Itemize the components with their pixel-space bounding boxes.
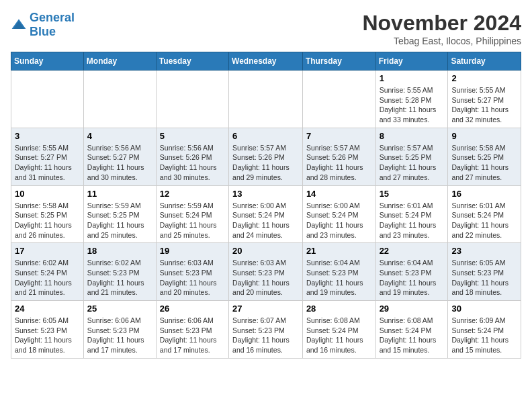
calendar-cell: 20Sunrise: 6:03 AM Sunset: 5:23 PM Dayli… [229, 243, 303, 301]
calendar-week-row: 3Sunrise: 5:55 AM Sunset: 5:27 PM Daylig… [11, 128, 521, 185]
cell-content: Sunrise: 6:03 AM Sunset: 5:23 PM Dayligh… [160, 258, 225, 298]
calendar-cell: 28Sunrise: 6:08 AM Sunset: 5:24 PM Dayli… [302, 301, 375, 359]
calendar-week-row: 17Sunrise: 6:02 AM Sunset: 5:24 PM Dayli… [11, 243, 521, 301]
day-number: 10 [15, 189, 80, 199]
day-number: 7 [306, 131, 372, 141]
calendar-cell: 16Sunrise: 6:01 AM Sunset: 5:24 PM Dayli… [448, 185, 521, 243]
cell-content: Sunrise: 5:55 AM Sunset: 5:28 PM Dayligh… [380, 85, 445, 125]
cell-content: Sunrise: 6:05 AM Sunset: 5:23 PM Dayligh… [451, 258, 517, 298]
header-day-sunday: Sunday [11, 52, 84, 71]
day-number: 13 [232, 189, 299, 199]
header-day-tuesday: Tuesday [156, 52, 228, 71]
calendar-week-row: 24Sunrise: 6:05 AM Sunset: 5:23 PM Dayli… [11, 301, 521, 359]
calendar-cell: 25Sunrise: 6:06 AM Sunset: 5:23 PM Dayli… [83, 301, 156, 359]
calendar-cell: 1Sunrise: 5:55 AM Sunset: 5:28 PM Daylig… [375, 71, 448, 128]
day-number: 25 [87, 304, 152, 314]
day-number: 28 [306, 304, 372, 314]
header-day-monday: Monday [83, 52, 156, 71]
calendar-cell: 10Sunrise: 5:58 AM Sunset: 5:25 PM Dayli… [11, 185, 84, 243]
calendar-cell: 6Sunrise: 5:57 AM Sunset: 5:26 PM Daylig… [229, 128, 303, 185]
calendar-header-row: SundayMondayTuesdayWednesdayThursdayFrid… [11, 52, 521, 71]
cell-content: Sunrise: 6:08 AM Sunset: 5:24 PM Dayligh… [380, 316, 445, 355]
calendar-cell: 15Sunrise: 6:01 AM Sunset: 5:24 PM Dayli… [375, 185, 448, 243]
cell-content: Sunrise: 6:06 AM Sunset: 5:23 PM Dayligh… [87, 316, 152, 355]
day-number: 30 [451, 304, 517, 314]
calendar-cell: 22Sunrise: 6:04 AM Sunset: 5:23 PM Dayli… [375, 243, 448, 301]
calendar-cell: 11Sunrise: 5:59 AM Sunset: 5:25 PM Dayli… [83, 185, 156, 243]
day-number: 4 [87, 131, 152, 141]
calendar-cell: 19Sunrise: 6:03 AM Sunset: 5:23 PM Dayli… [156, 243, 228, 301]
day-number: 8 [380, 131, 445, 141]
cell-content: Sunrise: 5:57 AM Sunset: 5:26 PM Dayligh… [306, 143, 372, 183]
cell-content: Sunrise: 5:57 AM Sunset: 5:26 PM Dayligh… [232, 143, 299, 183]
calendar-cell: 29Sunrise: 6:08 AM Sunset: 5:24 PM Dayli… [375, 301, 448, 359]
header-day-friday: Friday [375, 52, 448, 71]
calendar-cell [302, 71, 375, 128]
calendar-cell: 7Sunrise: 5:57 AM Sunset: 5:26 PM Daylig… [302, 128, 375, 185]
calendar-cell: 14Sunrise: 6:00 AM Sunset: 5:24 PM Dayli… [302, 185, 375, 243]
calendar-cell: 23Sunrise: 6:05 AM Sunset: 5:23 PM Dayli… [448, 243, 521, 301]
cell-content: Sunrise: 6:03 AM Sunset: 5:23 PM Dayligh… [232, 258, 299, 298]
day-number: 29 [380, 304, 445, 314]
cell-content: Sunrise: 6:04 AM Sunset: 5:23 PM Dayligh… [306, 258, 372, 298]
cell-content: Sunrise: 6:09 AM Sunset: 5:24 PM Dayligh… [451, 316, 517, 355]
day-number: 17 [15, 246, 80, 256]
day-number: 19 [160, 246, 225, 256]
calendar-cell: 4Sunrise: 5:56 AM Sunset: 5:27 PM Daylig… [83, 128, 156, 185]
day-number: 23 [451, 246, 517, 256]
day-number: 22 [380, 246, 445, 256]
calendar-cell: 12Sunrise: 5:59 AM Sunset: 5:24 PM Dayli… [156, 185, 228, 243]
header-day-wednesday: Wednesday [229, 52, 303, 71]
logo-icon [11, 18, 27, 32]
calendar-cell: 27Sunrise: 6:07 AM Sunset: 5:23 PM Dayli… [229, 301, 303, 359]
cell-content: Sunrise: 5:56 AM Sunset: 5:27 PM Dayligh… [87, 143, 152, 183]
calendar-cell: 26Sunrise: 6:06 AM Sunset: 5:23 PM Dayli… [156, 301, 228, 359]
cell-content: Sunrise: 6:06 AM Sunset: 5:23 PM Dayligh… [160, 316, 225, 355]
day-number: 2 [451, 73, 517, 83]
day-number: 27 [232, 304, 299, 314]
day-number: 21 [306, 246, 372, 256]
day-number: 20 [232, 246, 299, 256]
day-number: 9 [451, 131, 517, 141]
calendar-week-row: 1Sunrise: 5:55 AM Sunset: 5:28 PM Daylig… [11, 71, 521, 128]
cell-content: Sunrise: 5:58 AM Sunset: 5:25 PM Dayligh… [451, 143, 517, 183]
day-number: 11 [87, 189, 152, 199]
day-number: 24 [15, 304, 80, 314]
calendar-cell: 21Sunrise: 6:04 AM Sunset: 5:23 PM Dayli… [302, 243, 375, 301]
header: GeneralBlue November 2024 Tebag East, Il… [11, 11, 521, 46]
calendar-cell: 5Sunrise: 5:56 AM Sunset: 5:26 PM Daylig… [156, 128, 228, 185]
calendar-cell [83, 71, 156, 128]
calendar-week-row: 10Sunrise: 5:58 AM Sunset: 5:25 PM Dayli… [11, 185, 521, 243]
calendar-cell: 17Sunrise: 6:02 AM Sunset: 5:24 PM Dayli… [11, 243, 84, 301]
cell-content: Sunrise: 6:01 AM Sunset: 5:24 PM Dayligh… [451, 201, 517, 240]
logo: GeneralBlue [11, 11, 75, 39]
cell-content: Sunrise: 5:55 AM Sunset: 5:27 PM Dayligh… [451, 85, 517, 125]
calendar-cell [156, 71, 228, 128]
day-number: 14 [306, 189, 372, 199]
cell-content: Sunrise: 5:55 AM Sunset: 5:27 PM Dayligh… [15, 143, 80, 183]
cell-content: Sunrise: 6:07 AM Sunset: 5:23 PM Dayligh… [232, 316, 299, 355]
day-number: 3 [15, 131, 80, 141]
calendar-cell: 9Sunrise: 5:58 AM Sunset: 5:25 PM Daylig… [448, 128, 521, 185]
calendar-cell: 13Sunrise: 6:00 AM Sunset: 5:24 PM Dayli… [229, 185, 303, 243]
cell-content: Sunrise: 5:59 AM Sunset: 5:24 PM Dayligh… [160, 201, 225, 240]
header-day-thursday: Thursday [302, 52, 375, 71]
location: Tebag East, Ilocos, Philippines [362, 36, 521, 46]
cell-content: Sunrise: 5:56 AM Sunset: 5:26 PM Dayligh… [160, 143, 225, 183]
day-number: 15 [380, 189, 445, 199]
cell-content: Sunrise: 6:04 AM Sunset: 5:23 PM Dayligh… [380, 258, 445, 298]
cell-content: Sunrise: 6:02 AM Sunset: 5:24 PM Dayligh… [15, 258, 80, 298]
logo-text: GeneralBlue [30, 11, 75, 38]
calendar-cell [229, 71, 303, 128]
day-number: 26 [160, 304, 225, 314]
day-number: 16 [451, 189, 517, 199]
cell-content: Sunrise: 5:57 AM Sunset: 5:25 PM Dayligh… [380, 143, 445, 183]
cell-content: Sunrise: 6:08 AM Sunset: 5:24 PM Dayligh… [306, 316, 372, 355]
calendar-cell: 8Sunrise: 5:57 AM Sunset: 5:25 PM Daylig… [375, 128, 448, 185]
day-number: 1 [380, 73, 445, 83]
day-number: 12 [160, 189, 225, 199]
cell-content: Sunrise: 6:05 AM Sunset: 5:23 PM Dayligh… [15, 316, 80, 355]
calendar-table: SundayMondayTuesdayWednesdayThursdayFrid… [11, 52, 521, 359]
day-number: 6 [232, 131, 299, 141]
cell-content: Sunrise: 6:01 AM Sunset: 5:24 PM Dayligh… [380, 201, 445, 240]
